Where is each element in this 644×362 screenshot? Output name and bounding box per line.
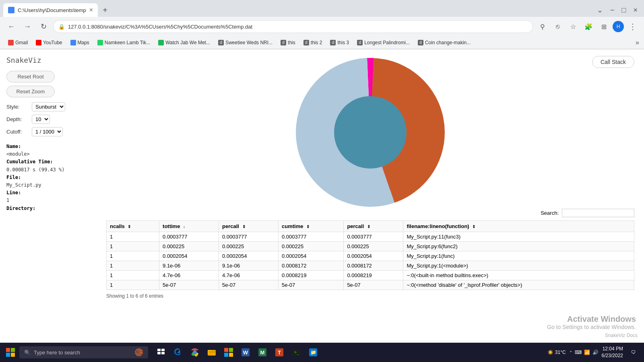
- svg-point-0: [334, 96, 407, 169]
- cell-tottime-4: 4.7e-06: [159, 271, 219, 280]
- start-button[interactable]: [3, 345, 18, 360]
- maximize-button[interactable]: □: [619, 4, 630, 16]
- svg-rect-14: [224, 353, 228, 357]
- bookmark-favicon-10: d: [418, 40, 423, 45]
- bookmark-9[interactable]: dLongest Palindromi...: [354, 39, 413, 46]
- taskbar-terminal[interactable]: >_: [288, 344, 304, 360]
- bookmark-label-1: YouTube: [43, 40, 62, 45]
- refresh-button[interactable]: ↻: [37, 20, 50, 33]
- table-row[interactable]: 10.00037770.00037770.00037770.0003777My_…: [107, 232, 634, 242]
- reset-root-button[interactable]: Reset Root: [6, 71, 55, 82]
- svg-text:W: W: [243, 350, 248, 356]
- layout-button[interactable]: ⊞: [597, 20, 610, 33]
- taskbar-explorer[interactable]: [204, 344, 220, 360]
- depth-select[interactable]: 2 3 5 10: [32, 115, 50, 124]
- data-table: ncalls ⇕ tottime ↓ percall ⇕ cumtime ⇕ p…: [106, 220, 634, 290]
- search-icon-btn[interactable]: ⚲: [536, 20, 549, 33]
- window-controls: ⌄ − □ ×: [594, 4, 641, 16]
- chart-container[interactable]: [100, 56, 641, 209]
- file-value: My_Script.py: [6, 181, 90, 189]
- svg-rect-6: [157, 349, 161, 351]
- bookmark-1[interactable]: YouTube: [33, 39, 65, 46]
- sidebar: SnakeViz Reset Root Reset Zoom Style: Su…: [0, 49, 97, 362]
- weather-widget[interactable]: ☀️ 31°C: [547, 350, 566, 355]
- tray-keyboard[interactable]: ⌨: [575, 350, 582, 355]
- url-bar[interactable]: 🔒 127.0.0.1:8080/snakeviz/C%3A%5CUsers%5…: [53, 20, 533, 33]
- collapse-button[interactable]: ⌄: [594, 4, 606, 16]
- table-row[interactable]: 10.0002250.0002250.0002250.000225My_Scri…: [107, 242, 634, 251]
- cell-percall-3: 9.1e-06: [219, 261, 279, 271]
- bookmark-favicon-6: d: [281, 40, 286, 45]
- bookmark-2[interactable]: Maps: [67, 39, 93, 46]
- tray-network[interactable]: 📶: [584, 350, 590, 355]
- bookmark-10[interactable]: dCoin change-makin...: [415, 39, 474, 46]
- col-ncalls[interactable]: ncalls ⇕: [107, 221, 159, 232]
- taskbar-task-view[interactable]: [153, 344, 169, 360]
- profile-avatar[interactable]: H: [613, 21, 624, 32]
- app10-icon: 📁: [308, 348, 318, 357]
- col-cumtime[interactable]: cumtime ⇕: [279, 221, 344, 232]
- tab-close-button[interactable]: ×: [89, 7, 93, 13]
- bookmark-7[interactable]: dthis 2: [300, 39, 326, 46]
- taskbar-chrome[interactable]: [187, 344, 203, 360]
- bookmark-3[interactable]: Namkeen Lamb Tik...: [94, 39, 153, 46]
- chrome-icon: [190, 348, 200, 357]
- bookmark-8[interactable]: dthis 3: [327, 39, 352, 46]
- taskbar: 🔍 Type here to search 🏀: [0, 343, 644, 362]
- style-select[interactable]: Sunburst Icicle: [32, 102, 65, 111]
- cell-cumtime-4: 0.0008219: [279, 271, 344, 280]
- taskbar-app7[interactable]: M: [254, 344, 270, 360]
- cell-ncalls-5: 1: [107, 280, 159, 290]
- forward-button[interactable]: →: [21, 20, 34, 33]
- table-header: ncalls ⇕ tottime ↓ percall ⇕ cumtime ⇕ p…: [107, 221, 634, 232]
- cell-ncalls-4: 1: [107, 271, 159, 280]
- col-filename[interactable]: filename:lineno(function) ⇕: [403, 221, 634, 232]
- tray-volume[interactable]: 🔊: [592, 350, 599, 355]
- tray-chevron[interactable]: ⌃: [569, 350, 572, 355]
- active-tab[interactable]: C:\Users\hy\Documents\temp ×: [3, 3, 98, 17]
- table-row[interactable]: 19.1e-069.1e-060.00081720.0008172My_Scri…: [107, 261, 634, 271]
- bookmark-6[interactable]: dthis: [277, 39, 299, 46]
- taskbar-edge[interactable]: [170, 344, 186, 360]
- taskbar-store[interactable]: [221, 344, 237, 360]
- reset-zoom-button[interactable]: Reset Zoom: [6, 86, 55, 97]
- extension-button[interactable]: 🧩: [582, 20, 595, 33]
- bookmarks-more[interactable]: »: [636, 39, 639, 46]
- sort-arrow-filename: ⇕: [472, 224, 475, 229]
- back-button[interactable]: ←: [5, 20, 18, 33]
- snakeviz-docs-link[interactable]: SnakeViz Docs: [605, 333, 638, 338]
- store-icon: [224, 348, 233, 357]
- notification-button[interactable]: 🗨: [626, 345, 641, 360]
- bookmark-button[interactable]: ☆: [567, 20, 580, 33]
- table-row[interactable]: 14.7e-064.7e-060.00082190.0008219~:0(<bu…: [107, 271, 634, 280]
- depth-label: Depth:: [6, 116, 29, 122]
- search-input[interactable]: [562, 209, 634, 217]
- taskbar-word[interactable]: W: [237, 344, 254, 360]
- taskbar-search[interactable]: 🔍 Type here to search 🏀: [19, 346, 148, 358]
- bookmark-4[interactable]: Watch Jab We Met...: [155, 39, 213, 46]
- call-stack-button[interactable]: Call Stack: [592, 56, 634, 68]
- cutoff-select[interactable]: 1 / 1000 1 / 100 1 / 10: [32, 127, 63, 136]
- table-footer: Showing 1 to 6 of 6 entries: [106, 293, 634, 299]
- col-percall1[interactable]: percall ⇕: [219, 221, 279, 232]
- close-window-button[interactable]: ×: [630, 4, 641, 16]
- sort-arrow-tottime: ↓: [183, 224, 185, 229]
- taskbar-app10[interactable]: 📁: [305, 344, 321, 360]
- tab-title: C:\Users\hy\Documents\temp: [18, 7, 86, 13]
- new-tab-button[interactable]: +: [99, 4, 111, 16]
- url-text: 127.0.0.1:8080/snakeviz/C%3A%5CUsers%5Ch…: [68, 24, 528, 30]
- share-button[interactable]: ⎋: [551, 20, 564, 33]
- table-row[interactable]: 10.00020540.00020540.00020540.0002054My_…: [107, 251, 634, 261]
- col-tottime[interactable]: tottime ↓: [159, 221, 219, 232]
- sunburst-chart[interactable]: [290, 58, 451, 207]
- cell-percall2-3: 0.0008172: [344, 261, 403, 271]
- table-row[interactable]: 15e-075e-075e-075e-07~:0(<method 'disabl…: [107, 280, 634, 290]
- bookmark-label-0: Gmail: [15, 40, 28, 45]
- minimize-button[interactable]: −: [607, 4, 618, 16]
- col-percall2[interactable]: percall ⇕: [344, 221, 403, 232]
- bookmark-5[interactable]: dSweetiee Weds NRI...: [215, 39, 276, 46]
- clock[interactable]: 12:04 PM 6/23/2022: [602, 346, 623, 359]
- taskbar-app8[interactable]: T: [271, 344, 287, 360]
- more-menu-button[interactable]: ⋮: [626, 20, 639, 33]
- bookmark-0[interactable]: Gmail: [5, 39, 31, 46]
